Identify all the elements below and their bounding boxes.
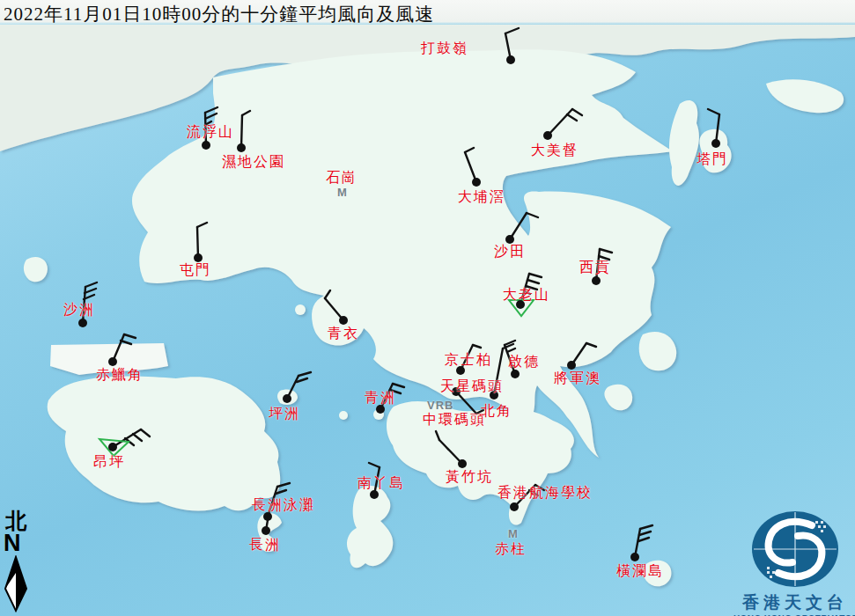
hko-logo: 香港天文台 HONG KONG OBSERVATORY (733, 509, 855, 616)
wind-barb-lau-fau-shan (205, 107, 217, 113)
station-dot-tuen-mun (194, 253, 203, 262)
wind-barb-tai-po-kau (465, 148, 474, 152)
station-dot-sha-tin (505, 235, 514, 244)
station-label-ngong-ping: 昂坪 (93, 455, 125, 469)
station-label-sha-tin: 沙田 (494, 245, 526, 259)
wind-barb-chek-lap-kok (121, 341, 131, 344)
wind-barb-chek-lap-kok (113, 334, 124, 362)
station-label-tuen-mun: 屯門 (180, 263, 211, 277)
wind-barb-tai-mei-tuk (567, 114, 577, 121)
station-dot-wetland-park (237, 143, 246, 152)
station-label-wong-chuk-hang: 黃竹坑 (446, 470, 493, 484)
wind-barb-waglan-island (638, 538, 649, 541)
station-label-cheung-chau-beach: 長洲泳灘 (252, 498, 315, 512)
wind-barb-wetland-park (241, 115, 242, 148)
station-label-north-point: 北角 (481, 404, 512, 418)
station-dot-ta-kwu-ling (506, 55, 515, 64)
hko-logo-icon (747, 509, 844, 590)
station-label-tseung-kwan-o: 將軍澳 (554, 371, 601, 385)
wind-barb-chek-lap-kok (124, 334, 136, 338)
wind-barb-ta-kwu-ling (505, 28, 519, 33)
station-label-green-island: 青洲 (365, 391, 396, 405)
station-dot-tai-mei-tuk (543, 131, 552, 140)
station-dot-waglan-island (630, 553, 639, 561)
station-dot-sai-kung (592, 276, 601, 285)
north-compass: 北 N (3, 510, 38, 616)
wind-barb-wetland-park (242, 111, 250, 115)
station-dot-green-island (376, 405, 385, 414)
wind-barb-sha-tin (527, 213, 538, 217)
station-dot-chek-lap-kok (108, 357, 117, 366)
wind-barb-lamma-island (369, 463, 380, 467)
wind-barb-wong-chuk-hang (436, 431, 439, 440)
station-label-tsing-yi: 青衣 (328, 326, 359, 341)
station-dot-lamma-island (370, 490, 379, 499)
station-label-sha-chau: 沙洲 (63, 303, 95, 317)
wind-barb-sha-chau (85, 282, 97, 287)
wind-barb-peng-chau (297, 378, 307, 382)
station-dot-cheung-chau (262, 526, 270, 535)
station-label-wetland-park: 濕地公園 (222, 155, 285, 169)
station-label-lamma-island: 南丫島 (357, 476, 405, 490)
station-label-tai-po-kau: 大埔滘 (458, 190, 505, 204)
wind-barb-tai-mei-tuk (548, 109, 572, 136)
station-dot-tai-po-kau (472, 178, 481, 187)
wind-barb-peng-chau (299, 372, 311, 376)
station-dot-tsing-yi (339, 316, 348, 325)
north-arrow-icon (3, 555, 34, 613)
wind-barb-ngong-ping (141, 429, 150, 436)
station-dot-wong-chuk-hang (458, 459, 467, 468)
wind-barb-sai-kung (600, 249, 612, 253)
station-label-sai-kung: 西貢 (579, 260, 611, 275)
station-label-star-ferry-pier: 天星碼頭 (440, 379, 504, 393)
station-marker-stanley: M (508, 528, 519, 539)
wind-barb-tates-cairn (529, 274, 542, 277)
wind-barb-star-ferry-pier (456, 392, 476, 414)
wind-barb-tsing-yi (325, 290, 330, 298)
wind-barb-tates-cairn (527, 280, 539, 283)
station-label-cheung-chau: 長洲 (249, 538, 281, 552)
wind-barb-tap-mun (708, 109, 719, 114)
station-label-peng-chau: 坪洲 (269, 407, 300, 421)
wind-barb-layer (0, 0, 855, 616)
wind-barb-waglan-island (639, 532, 651, 535)
wind-barb-ngong-ping (133, 434, 142, 441)
wind-barb-tai-mei-tuk (572, 109, 582, 115)
station-label-shek-kong: 石崗 (326, 171, 357, 185)
wind-barb-kings-park (473, 345, 481, 348)
wind-barb-lau-fau-shan (205, 114, 217, 119)
wind-barb-wong-chuk-hang (439, 440, 462, 464)
station-label-tap-mun: 塔門 (697, 152, 728, 166)
station-label-stanley: 赤柱 (495, 542, 527, 556)
station-dot-kings-park (456, 366, 465, 375)
station-label-kai-tak: 啟德 (508, 355, 540, 369)
wind-barb-sha-tin (510, 213, 527, 239)
wind-barb-tseung-kwan-o (586, 343, 596, 347)
station-label-ta-kwu-ling: 打鼓嶺 (421, 41, 468, 55)
station-label-tates-cairn: 大老山 (503, 288, 550, 302)
wind-barb-green-island (393, 384, 404, 387)
station-marker-shek-kong: M (337, 187, 348, 198)
wind-barb-waglan-island (640, 525, 652, 529)
wind-barb-tuen-mun (197, 223, 207, 227)
hko-logo-chinese: 香港天文台 (733, 591, 855, 614)
compass-north-letter: N (4, 532, 38, 555)
wind-barb-cheung-chau-beach (276, 490, 286, 494)
wind-barb-tai-po-kau (465, 152, 476, 182)
station-label-chek-lap-kok: 赤鱲角 (96, 368, 144, 382)
station-label-tai-mei-tuk: 大美督 (531, 143, 579, 158)
station-dot-tap-mun (711, 139, 720, 148)
station-marker-central-pier: VRB (427, 400, 453, 411)
station-label-hk-sea-school: 香港航海學校 (498, 486, 593, 500)
station-dot-kai-tak (511, 370, 520, 378)
station-dot-sha-chau (78, 319, 87, 327)
station-dot-hk-sea-school (510, 502, 519, 511)
station-label-kings-park: 京士柏 (445, 353, 492, 367)
wind-barb-cheung-chau-beach (277, 483, 290, 487)
station-dot-tseung-kwan-o (567, 361, 576, 370)
station-label-lau-fau-shan: 流浮山 (187, 125, 234, 139)
station-dot-lau-fau-shan (202, 141, 210, 150)
station-label-waglan-island: 橫瀾島 (616, 564, 664, 578)
station-dot-ngong-ping (108, 443, 117, 451)
station-label-central-pier: 中環碼頭 (423, 413, 486, 427)
